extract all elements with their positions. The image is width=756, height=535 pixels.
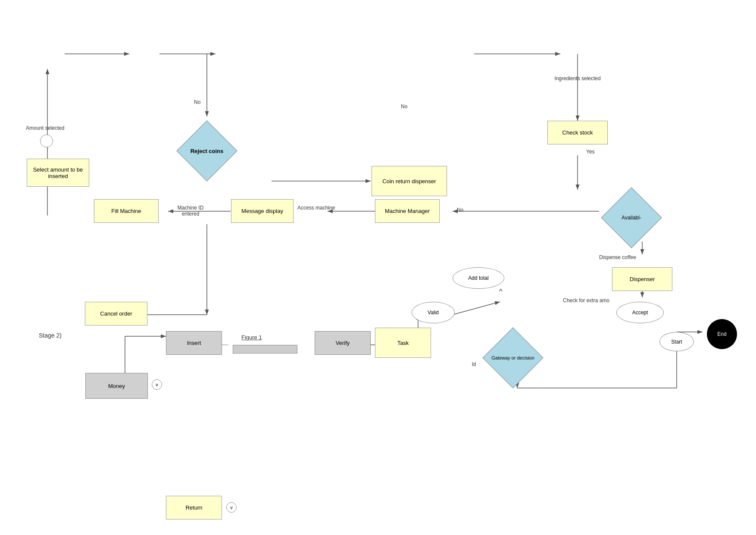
- check-stock-node: Check stock: [547, 121, 608, 144]
- machine-id-label: Machine ID entered: [169, 205, 212, 217]
- start-ellipse: Start: [659, 332, 694, 351]
- accept-ellipse: Accept: [616, 302, 664, 323]
- message-display-node: Message display: [231, 199, 294, 223]
- ld-label: ld: [472, 361, 476, 367]
- caret-label: ^: [499, 288, 503, 296]
- dispense-coffee-label: Dispense coffee: [599, 254, 636, 260]
- machine-manager-node: Machine Manager: [375, 199, 440, 223]
- add-total-ellipse: Add total: [453, 267, 504, 289]
- end-circle: End: [707, 319, 737, 349]
- figure1-label: Figure 1: [241, 334, 262, 341]
- amount-selected-label: Amount selected: [26, 125, 64, 131]
- figure1-box: [233, 345, 297, 354]
- no1-label: No: [194, 99, 200, 105]
- check-extra-label: Check for extra amo: [556, 297, 616, 303]
- yes-label: Yes: [586, 149, 595, 155]
- money-node: Money: [85, 373, 148, 399]
- task-node: Task: [375, 328, 431, 358]
- money-v-circle: v: [152, 379, 162, 390]
- access-machine-label: Access machine: [297, 205, 335, 211]
- verify-node: Verify: [315, 331, 371, 355]
- no3-label: No: [457, 207, 463, 213]
- amount-selected-circle: [40, 135, 53, 147]
- gateway-wrap: Gateway or decision: [478, 323, 547, 392]
- cancel-order-node: Cancel order: [85, 302, 147, 325]
- ingredients-selected-label: Ingredients selected: [547, 75, 608, 81]
- fill-machine-node: Fill Machine: [94, 199, 159, 223]
- coin-return-node: Coin return dispenser: [372, 166, 447, 196]
- no2-label: No: [401, 103, 407, 110]
- svg-line-18: [453, 302, 500, 315]
- return-node: Return: [166, 496, 222, 519]
- reject-coins-wrap: Reject coins: [172, 116, 241, 185]
- select-amount-node: Select amount to be inserted: [27, 159, 89, 187]
- available-wrap: Availabl-: [599, 185, 664, 250]
- dispenser-node: Dispenser: [612, 267, 672, 291]
- stage2-label: Stage 2): [39, 332, 62, 339]
- return-v-circle: v: [226, 502, 237, 513]
- diagram-container: Amount selected Select amount to be inse…: [0, 0, 756, 535]
- valid-ellipse: Valid: [412, 302, 455, 323]
- insert-node: Insert: [166, 331, 222, 355]
